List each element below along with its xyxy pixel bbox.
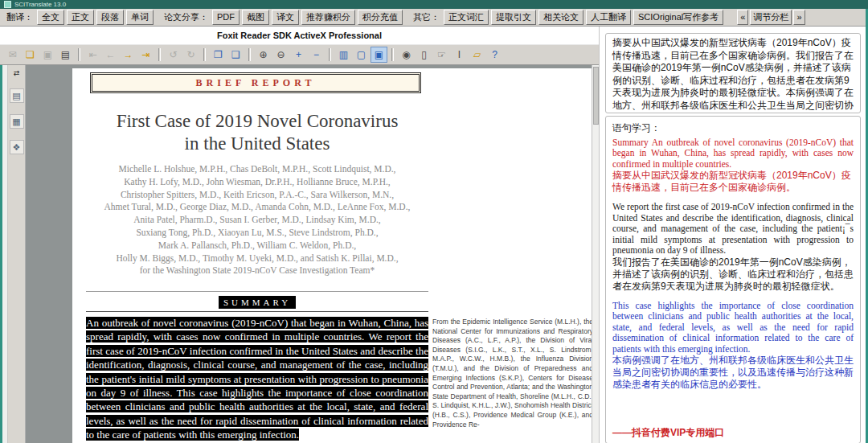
open-file-icon[interactable]: ❏ bbox=[22, 47, 39, 63]
find-icon[interactable]: ◉ bbox=[398, 47, 415, 63]
paper-title-line2: in the United States bbox=[80, 133, 434, 155]
main-area: Foxit Reader SDK ActiveX Professional ✉❏… bbox=[0, 27, 868, 443]
pair-chinese-text: 我们报告了在美国确诊的2019年第一例nCoV感染病例，并描述了该病例的识别、诊… bbox=[612, 256, 854, 293]
paper-title-line1: First Case of 2019 Novel Coronavirus bbox=[80, 110, 434, 133]
author-line: Michelle L. Holshue, M.P.H., Chas DeBolt… bbox=[80, 163, 434, 176]
toolbar-button[interactable]: 单词 bbox=[126, 10, 154, 24]
page-thumbnails-icon[interactable]: ▤ bbox=[10, 88, 24, 103]
zoom-out-tool-icon[interactable]: ⊖ bbox=[272, 47, 289, 63]
toolbar-button[interactable]: 译文 bbox=[272, 10, 299, 24]
toolbar-button[interactable]: SCIOriginal写作参考 bbox=[633, 10, 723, 24]
paste-page-icon[interactable]: ❑ bbox=[227, 47, 244, 63]
brief-report-banner: BRIEF REPORT bbox=[90, 72, 421, 93]
toolbar-button[interactable]: 全文 bbox=[37, 10, 64, 24]
select-text-icon[interactable]: I bbox=[451, 47, 468, 63]
toolbar-button[interactable]: 积分充值 bbox=[358, 10, 403, 24]
undo-icon[interactable]: ↺ bbox=[165, 47, 182, 63]
author-line: Ahmet Tural, M.D., George Diaz, M.D., Am… bbox=[80, 201, 434, 214]
pair-chinese-text: 本病例强调了在地方、州和联邦各级临床医生和公共卫生当局之间密切协调的重要性，以及… bbox=[612, 355, 854, 391]
toolbar-separator bbox=[158, 48, 161, 61]
toolbar-button[interactable]: 人工翻译 bbox=[586, 10, 631, 24]
fit-width-icon[interactable]: ▥ bbox=[335, 47, 352, 63]
toolbar-button[interactable]: 正文 bbox=[67, 10, 94, 24]
first-page-icon[interactable]: ⇤ bbox=[84, 47, 101, 63]
author-line: Mark A. Pallansch, Ph.D., William C. Wel… bbox=[80, 240, 434, 252]
zoom-out-icon[interactable]: − bbox=[308, 47, 325, 63]
app-icon bbox=[4, 1, 11, 8]
scrollbar-thumb[interactable] bbox=[593, 67, 599, 125]
email-icon[interactable]: ✉ bbox=[4, 47, 21, 63]
toolbar-separator bbox=[391, 48, 394, 61]
sentence-pair: This case highlights the importance of c… bbox=[612, 301, 854, 392]
app-window: SCITranslate 13.0 翻译：全文正文段落单词论文分享：PDF截图译… bbox=[0, 0, 868, 443]
window-title: SCITranslate 13.0 bbox=[14, 1, 66, 8]
bookmarks-icon[interactable]: ▦ bbox=[10, 114, 24, 129]
abstract-translation-box: 摘要从中国武汉爆发的新型冠状病毒（2019年nCoV）疫情传播迅速，目前已在多个… bbox=[605, 33, 861, 113]
pdf-region: Foxit Reader SDK ActiveX Professional ✉❏… bbox=[0, 27, 599, 443]
toolbar-button[interactable]: 截图 bbox=[242, 10, 269, 24]
toolbar-button[interactable]: 推荐赚积分 bbox=[301, 10, 355, 24]
sentence-pairs: Summary An outbreak of novel coronavirus… bbox=[612, 137, 854, 392]
foxit-title-bar: Foxit Reader SDK ActiveX Professional bbox=[0, 27, 599, 44]
layers-icon[interactable]: ❖ bbox=[10, 140, 24, 154]
translation-panel: 摘要从中国武汉爆发的新型冠状病毒（2019年nCoV）疫情传播迅速，目前已在多个… bbox=[599, 27, 868, 443]
summary-selected-text[interactable]: An outbreak of novel coronavirus (2019-n… bbox=[86, 317, 428, 441]
toolbar-group-label: 其它： bbox=[413, 11, 440, 23]
toolbar-separator bbox=[248, 48, 251, 61]
affiliation-text: From the Epidemic Intelligence Service (… bbox=[432, 318, 592, 429]
sentence-study-box: 语句学习： Summary An outbreak of novel coron… bbox=[605, 116, 861, 443]
zoom-in-icon[interactable]: + bbox=[290, 47, 307, 63]
split-control-button[interactable]: 调节分栏 bbox=[750, 10, 792, 24]
zoom-in-tool-icon[interactable]: ⊕ bbox=[255, 47, 272, 63]
page-properties-icon[interactable]: ▯ bbox=[416, 47, 432, 63]
sidebar-gutter bbox=[2, 65, 8, 443]
translate-toolbar: 翻译：全文正文段落单词论文分享：PDF截图译文推荐赚积分积分充值其它：正文词汇提… bbox=[0, 9, 868, 27]
prev-page-icon[interactable]: ← bbox=[102, 47, 119, 63]
toolbar-group-label: 论文分享： bbox=[164, 11, 208, 23]
toolbar-separator bbox=[78, 48, 80, 61]
workspace: ⇄▤▦❖ BRIEF REPORT First Case of 2019 Nov… bbox=[0, 65, 599, 443]
toolbar-button[interactable]: 段落 bbox=[96, 10, 124, 24]
vip-port-note: ——抖音付费VIP专用端口 bbox=[612, 426, 854, 440]
abstract-cn-text: 摘要从中国武汉爆发的新型冠状病毒（2019年nCoV）疫情传播迅速，目前已在多个… bbox=[612, 37, 854, 113]
save-icon[interactable]: ▣ bbox=[39, 47, 56, 63]
split-control-button[interactable]: » bbox=[793, 10, 805, 24]
summary-heading-text: SUMMARY bbox=[219, 296, 296, 309]
folder-icon[interactable]: ▱ bbox=[469, 47, 485, 63]
redo-icon[interactable]: ↻ bbox=[182, 47, 199, 63]
vertical-scrollbar[interactable] bbox=[592, 65, 599, 443]
toolbar-button[interactable]: 正文词汇 bbox=[444, 10, 489, 24]
toolbar-groups: 翻译：全文正文段落单词论文分享：PDF截图译文推荐赚积分积分充值其它：正文词汇提… bbox=[5, 10, 723, 24]
toolbar-button[interactable]: PDF bbox=[212, 10, 240, 24]
last-page-icon[interactable]: ⇥ bbox=[137, 47, 154, 63]
next-page-icon[interactable]: → bbox=[120, 47, 137, 63]
toolbar-group-label: 翻译： bbox=[6, 11, 33, 23]
print-icon[interactable]: ▤ bbox=[57, 47, 74, 63]
copy-page-icon[interactable]: ❐ bbox=[210, 47, 227, 63]
author-line: Christopher Spitters, M.D., Keith Ericso… bbox=[80, 189, 434, 202]
author-line: for the Washington State 2019-nCoV Case … bbox=[80, 265, 434, 277]
banner-label: BRIEF REPORT bbox=[196, 77, 316, 89]
pair-chinese-text: 摘要从中国武汉爆发的新型冠状病毒（2019年nCoV）疫情传播迅速，目前已在多个… bbox=[612, 170, 854, 194]
rule-above-summary bbox=[86, 291, 428, 292]
toolbar-separator bbox=[203, 48, 206, 61]
author-list: Michelle L. Holshue, M.P.H., Chas DeBolt… bbox=[80, 163, 434, 277]
pair-english-text: This case highlights the importance of c… bbox=[612, 301, 854, 355]
summary-heading: SUMMARY bbox=[86, 294, 428, 309]
toolbar-button[interactable]: 提取引文 bbox=[491, 10, 536, 24]
toolbar-separator bbox=[329, 48, 331, 61]
sentence-pair: Summary An outbreak of novel coronavirus… bbox=[612, 137, 854, 195]
split-control-button[interactable]: « bbox=[737, 10, 748, 24]
pair-english-text: Summary An outbreak of novel coronavirus… bbox=[612, 137, 854, 170]
pdf-viewport[interactable]: BRIEF REPORT First Case of 2019 Novel Co… bbox=[26, 65, 592, 443]
sentence-pair: We report the first case of 2019-nCoV in… bbox=[612, 202, 854, 293]
toolbar-button[interactable]: 相关论文 bbox=[538, 10, 583, 24]
hand-tool-icon[interactable]: ☞ bbox=[433, 47, 450, 63]
actual-size-icon[interactable]: ▣ bbox=[371, 47, 387, 63]
collapse-panel-icon[interactable]: ⇄ bbox=[10, 69, 23, 77]
title-bar: SCITranslate 13.0 bbox=[0, 0, 868, 9]
fit-page-icon[interactable]: ▢ bbox=[353, 47, 370, 63]
foxit-toolbar: ✉❏▣▤⇤←→⇥↺↻❐❑⊕⊖+−▥▢▣◉▯☞I▱? bbox=[0, 44, 599, 65]
about-icon[interactable]: ? bbox=[486, 47, 503, 63]
pair-english-text: We report the first case of 2019-nCoV in… bbox=[612, 202, 854, 256]
